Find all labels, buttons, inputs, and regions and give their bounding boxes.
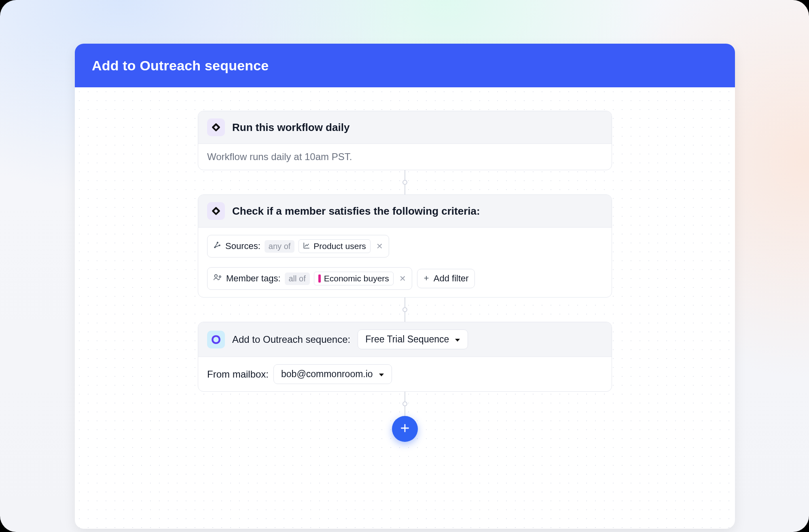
mailbox-selected: bob@commonroom.io (281, 369, 373, 380)
add-step-button[interactable] (392, 416, 418, 442)
caret-down-icon (455, 334, 460, 345)
plus-icon (400, 423, 410, 435)
caret-down-icon (379, 369, 384, 380)
connector (402, 392, 407, 416)
workflow-icon (207, 118, 225, 136)
add-filter-button[interactable]: Add filter (417, 269, 475, 288)
filter-member-tags[interactable]: Member tags: all of Economic buyers ✕ (207, 267, 412, 290)
workflow-icon (207, 202, 225, 220)
filter-membertags-mode: all of (285, 272, 310, 285)
condition-body: Sources: any of Product users ✕ (198, 228, 612, 297)
condition-header: Check if a member satisfies the followin… (198, 195, 612, 228)
action-header: Add to Outreach sequence: Free Trial Seq… (198, 322, 612, 357)
filter-sources-label: Sources: (225, 241, 260, 251)
trigger-description: Workflow runs daily at 10am PST. (207, 151, 352, 163)
member-tags-icon (213, 273, 222, 284)
condition-card[interactable]: Check if a member satisfies the followin… (198, 194, 612, 298)
filter-membertags-value-label: Economic buyers (324, 274, 389, 283)
mailbox-label: From mailbox: (207, 369, 269, 380)
chart-line-icon (303, 241, 310, 251)
app-stage: Add to Outreach sequence Run this workfl… (0, 0, 809, 532)
tag-color-swatch (318, 274, 321, 283)
trigger-body: Workflow runs daily at 10am PST. (198, 144, 612, 170)
svg-point-8 (219, 276, 221, 277)
svg-point-5 (217, 242, 218, 243)
workflow-window: Add to Outreach sequence Run this workfl… (75, 44, 735, 529)
workflow-column: Run this workflow daily Workflow runs da… (198, 111, 612, 442)
filter-membertags-value[interactable]: Economic buyers (314, 272, 394, 285)
filter-sources-value[interactable]: Product users (299, 239, 371, 253)
action-title: Add to Outreach sequence: (232, 334, 350, 345)
sequence-selected: Free Trial Sequence (365, 334, 449, 345)
titlebar: Add to Outreach sequence (75, 44, 735, 87)
trigger-header: Run this workflow daily (198, 111, 612, 144)
outreach-icon (207, 331, 225, 348)
sequence-dropdown[interactable]: Free Trial Sequence (358, 329, 468, 349)
trigger-title: Run this workflow daily (232, 121, 349, 134)
svg-point-6 (219, 245, 220, 246)
filter-sources[interactable]: Sources: any of Product users ✕ (207, 235, 389, 258)
action-card[interactable]: Add to Outreach sequence: Free Trial Seq… (198, 322, 612, 392)
plus-icon (423, 273, 430, 284)
connector (402, 170, 407, 194)
filter-membertags-label: Member tags: (226, 273, 281, 284)
page-title: Add to Outreach sequence (92, 58, 269, 74)
remove-filter-icon[interactable]: ✕ (375, 242, 383, 250)
mailbox-dropdown[interactable]: bob@commonroom.io (273, 364, 392, 384)
svg-point-7 (215, 274, 218, 277)
sources-icon (213, 241, 221, 251)
trigger-card[interactable]: Run this workflow daily Workflow runs da… (198, 111, 612, 170)
condition-title: Check if a member satisfies the followin… (232, 205, 480, 217)
add-filter-label: Add filter (434, 273, 469, 284)
connector (402, 298, 407, 322)
workflow-canvas: Run this workflow daily Workflow runs da… (75, 87, 735, 529)
svg-point-4 (214, 247, 216, 248)
filter-sources-value-label: Product users (313, 241, 366, 251)
filter-sources-mode: any of (265, 240, 294, 253)
remove-filter-icon[interactable]: ✕ (398, 274, 406, 283)
action-body: From mailbox: bob@commonroom.io (198, 357, 612, 391)
